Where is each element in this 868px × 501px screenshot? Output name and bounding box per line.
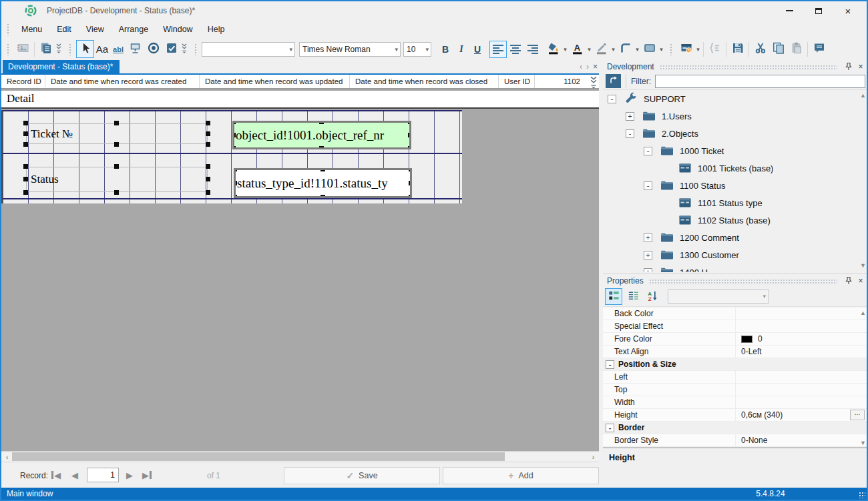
property-value[interactable] xyxy=(736,384,868,396)
font-name-combo[interactable]: Times New Roman▾ xyxy=(299,42,401,57)
properties-scrollbar[interactable]: ▲ ▼ xyxy=(859,310,867,446)
font-size-combo[interactable]: 10▾ xyxy=(403,42,431,57)
report-button[interactable] xyxy=(37,40,55,58)
menu-edit[interactable]: Edit xyxy=(49,22,79,37)
selection-handle[interactable] xyxy=(114,164,119,169)
property-category-border[interactable]: -Border xyxy=(603,422,868,434)
tree-node-1000-ticket[interactable]: -1000 Ticket xyxy=(603,142,868,159)
tab-close-icon[interactable]: × xyxy=(593,62,598,71)
collapse-icon[interactable]: - xyxy=(608,95,616,103)
selection-handle[interactable] xyxy=(206,142,210,147)
pin-icon[interactable] xyxy=(844,62,853,71)
selection-handle[interactable] xyxy=(23,164,28,169)
previous-record-button[interactable]: ◀ xyxy=(67,468,83,482)
property-row-height[interactable]: Height0,6см (340)... xyxy=(603,409,868,422)
goto-button[interactable] xyxy=(606,74,621,88)
scroll-right-icon[interactable]: › xyxy=(588,452,598,462)
textbox-tool-button[interactable]: abl xyxy=(110,41,126,58)
toolbar-grip-4[interactable] xyxy=(670,43,673,55)
insert-image-button[interactable] xyxy=(14,40,32,58)
tab-prev-icon[interactable]: ‹ xyxy=(580,62,582,71)
categorized-view-button[interactable] xyxy=(605,288,622,305)
selection-handle[interactable] xyxy=(409,168,412,171)
field-header-more-button[interactable] xyxy=(589,75,598,89)
tree-node-2-objects[interactable]: -2.Objects xyxy=(603,125,868,142)
selection-handle[interactable] xyxy=(206,190,210,195)
toolbar-grip-2[interactable] xyxy=(69,43,72,55)
property-value[interactable] xyxy=(736,308,868,320)
selection-handle[interactable] xyxy=(206,121,210,125)
selection-handle[interactable] xyxy=(23,190,28,195)
selection-handle[interactable] xyxy=(206,177,210,181)
menu-view[interactable]: View xyxy=(79,22,112,37)
selection-handle[interactable] xyxy=(409,181,412,185)
expand-icon[interactable]: + xyxy=(644,251,652,260)
menu-help[interactable]: Help xyxy=(200,22,232,37)
tree-node-support[interactable]: -SUPPORT xyxy=(603,90,868,107)
align-center-button[interactable] xyxy=(507,41,524,58)
selection-handle[interactable] xyxy=(408,121,411,124)
menu-menu[interactable]: Menu xyxy=(14,22,49,37)
selection-handle[interactable] xyxy=(114,121,119,125)
tools-overflow-button[interactable] xyxy=(180,43,189,56)
form-designer[interactable]: Ticket № object_id!1001.object_ref_nr St… xyxy=(1,110,462,203)
property-row-top[interactable]: Top xyxy=(603,384,868,396)
property-row-width[interactable]: Width xyxy=(603,396,868,409)
collapse-icon[interactable]: - xyxy=(606,424,614,432)
rectangle-style-dropdown[interactable]: ▾ xyxy=(658,46,664,53)
notes-button[interactable] xyxy=(810,40,828,58)
button-tool-button[interactable] xyxy=(126,40,144,58)
selection-handle[interactable] xyxy=(409,195,412,198)
selection-handle[interactable] xyxy=(232,146,236,149)
selection-handle[interactable] xyxy=(320,168,325,171)
property-value[interactable] xyxy=(736,320,868,332)
tab-development-status[interactable]: Development - Status (base)* xyxy=(3,60,120,73)
scroll-up-icon[interactable]: ▲ xyxy=(860,310,866,316)
field-header-col-2[interactable]: Date and time when record was updated xyxy=(200,75,350,88)
record-number-input[interactable] xyxy=(87,468,119,482)
collapse-icon[interactable]: - xyxy=(644,181,652,190)
align-right-button[interactable] xyxy=(524,41,541,58)
minimize-button[interactable] xyxy=(775,2,804,19)
filter-input[interactable] xyxy=(655,75,865,88)
scrollbar-thumb[interactable] xyxy=(12,452,505,461)
selection-handle[interactable] xyxy=(114,142,119,147)
toolbar-grip-1[interactable] xyxy=(7,43,10,55)
property-value[interactable]: 0-Left xyxy=(736,346,868,358)
property-value[interactable]: 0-None xyxy=(736,434,868,446)
menu-arrange[interactable]: Arrange xyxy=(112,22,156,37)
field-header-col-0[interactable]: Record ID xyxy=(1,75,45,88)
report-overflow-button[interactable] xyxy=(55,43,63,56)
selection-handle[interactable] xyxy=(319,121,324,124)
sort-az-button[interactable]: AZ xyxy=(644,288,661,305)
resize-grip[interactable] xyxy=(859,492,865,498)
save-record-button[interactable]: ✓Save xyxy=(284,467,440,484)
expand-icon[interactable]: + xyxy=(626,112,634,121)
maximize-button[interactable] xyxy=(804,2,833,19)
selection-handle[interactable] xyxy=(23,121,28,125)
selection-handle[interactable] xyxy=(320,195,325,198)
selection-handle[interactable] xyxy=(234,181,237,185)
tree-node-1300-customer[interactable]: +1300 Customer xyxy=(603,246,868,264)
line-color-button[interactable] xyxy=(592,40,610,58)
detail-section-header[interactable]: Detail xyxy=(1,91,599,109)
selection-handle[interactable] xyxy=(23,142,28,147)
first-record-button[interactable]: ◀ xyxy=(48,468,64,482)
tree-node-1102-status-base-[interactable]: 1102 Status (base) xyxy=(603,211,868,229)
paste-button[interactable] xyxy=(787,40,805,58)
line-color-dropdown[interactable]: ▾ xyxy=(610,46,616,53)
form-history-dropdown[interactable]: ▾ xyxy=(695,46,701,53)
expand-icon[interactable]: + xyxy=(644,233,652,242)
align-left-button[interactable] xyxy=(489,41,507,58)
object-selector-combo[interactable]: ▾ xyxy=(668,290,769,304)
menu-window[interactable]: Window xyxy=(156,22,200,37)
toolbar-grip-3[interactable] xyxy=(194,43,198,55)
list-view-button[interactable] xyxy=(624,288,642,305)
field-header-col-4[interactable]: User ID xyxy=(499,75,535,88)
selection-handle[interactable] xyxy=(408,146,411,149)
selection-handle[interactable] xyxy=(234,168,237,171)
tree-node-1001-tickets-base-[interactable]: 1001 Tickets (base) xyxy=(603,159,868,177)
selection-handle[interactable] xyxy=(232,133,236,137)
underline-button[interactable]: U xyxy=(469,41,485,58)
font-color-dropdown[interactable]: ▾ xyxy=(586,46,592,53)
